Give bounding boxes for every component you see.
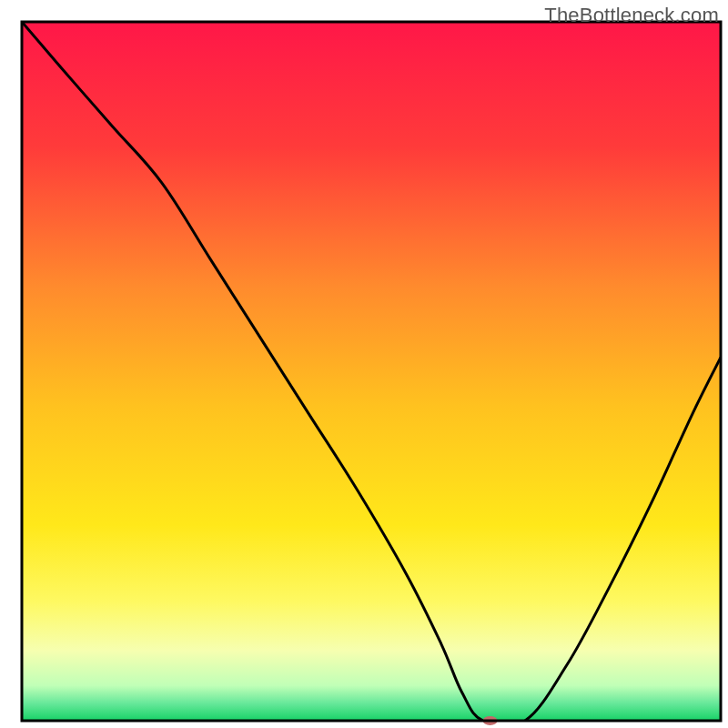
chart-svg bbox=[0, 0, 728, 728]
watermark-text: TheBottleneck.com bbox=[544, 4, 719, 27]
chart-container: TheBottleneck.com bbox=[0, 0, 728, 728]
chart-background bbox=[22, 22, 721, 721]
